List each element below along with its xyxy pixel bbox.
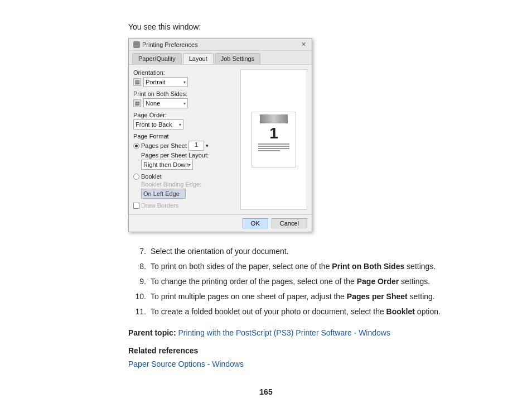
step-8-text: To print on both sides of the paper, sel… bbox=[151, 261, 499, 272]
ok-button[interactable]: OK bbox=[243, 218, 268, 228]
step-7: 7. Select the orientation of your docume… bbox=[128, 246, 499, 257]
step-11: 11. To create a folded booklet out of yo… bbox=[128, 306, 499, 318]
page-order-select-row: Front to Back ▾ bbox=[133, 119, 236, 130]
dialog-close-button[interactable]: ✕ bbox=[300, 41, 307, 48]
print-both-sides-select-row: ▤ None ▾ bbox=[133, 98, 236, 108]
step-11-text: To create a folded booklet out of your p… bbox=[151, 306, 499, 318]
preview-lines bbox=[258, 143, 289, 152]
print-both-sides-group: Print on Both Sides: ▤ None ▾ bbox=[133, 90, 236, 108]
print-both-sides-value: None bbox=[146, 100, 160, 107]
related-refs-section: Related references Paper Source Options … bbox=[128, 344, 499, 371]
step-8-bold: Print on Both Sides bbox=[332, 262, 404, 271]
step-10-bold: Pages per Sheet bbox=[347, 292, 408, 301]
parent-topic-section: Parent topic: Printing with the PostScri… bbox=[128, 327, 499, 340]
pages-per-sheet-radio-row: Pages per Sheet 1 ▾ bbox=[133, 141, 236, 151]
tab-paper-quality[interactable]: Paper/Quality bbox=[132, 53, 182, 64]
pages-per-sheet-layout-select[interactable]: Right then Down ▾ bbox=[141, 160, 193, 170]
tab-job-settings[interactable]: Job Settings bbox=[215, 53, 261, 64]
page-number: 165 bbox=[33, 387, 499, 396]
orientation-chevron: ▾ bbox=[183, 80, 186, 85]
cancel-button[interactable]: Cancel bbox=[272, 218, 307, 228]
dialog-footer: OK Cancel bbox=[129, 214, 312, 232]
page-format-group: Page Format Pages per Sheet 1 ▾ Pages pe… bbox=[133, 133, 236, 199]
orientation-value: Portrait bbox=[146, 79, 165, 85]
page-order-group: Page Order: Front to Back ▾ bbox=[133, 112, 236, 130]
dialog-screenshot: Printing Preferences ✕ Paper/Quality Lay… bbox=[128, 38, 499, 232]
step-9-num: 9. bbox=[128, 276, 151, 288]
orientation-group: Orientation: ▤ Portrait ▾ bbox=[133, 69, 236, 87]
booklet-binding-group: Booklet Binding Edge: On Left Edge bbox=[141, 181, 236, 199]
pages-per-sheet-layout-select-row: Right then Down ▾ bbox=[141, 160, 236, 170]
step-10-num: 10. bbox=[128, 291, 151, 303]
pages-per-sheet-input[interactable]: 1 bbox=[188, 141, 204, 151]
booklet-binding-label: Booklet Binding Edge: bbox=[141, 181, 236, 188]
draw-borders-row: Draw Borders bbox=[133, 202, 236, 209]
booklet-label: Booklet bbox=[141, 173, 162, 180]
print-both-sides-select[interactable]: None ▾ bbox=[143, 98, 188, 108]
related-refs-label: Related references bbox=[128, 344, 499, 358]
intro-text: You see this window: bbox=[128, 22, 499, 31]
preview-header-bar bbox=[260, 114, 288, 123]
page-order-value: Front to Back bbox=[136, 121, 172, 128]
orientation-label: Orientation: bbox=[133, 69, 236, 76]
pages-per-sheet-layout-group: Pages per Sheet Layout: Right then Down … bbox=[141, 152, 236, 170]
pages-per-sheet-label: Pages per Sheet bbox=[141, 142, 187, 149]
step-11-bold: Booklet bbox=[386, 307, 415, 316]
parent-topic-label: Parent topic: bbox=[128, 328, 176, 337]
parent-topic-link[interactable]: Printing with the PostScript (PS3) Print… bbox=[178, 328, 390, 337]
pages-per-sheet-layout-chevron: ▾ bbox=[188, 162, 191, 167]
booklet-binding-select-row: On Left Edge bbox=[141, 189, 236, 199]
print-both-sides-label: Print on Both Sides: bbox=[133, 90, 236, 97]
steps-list: 7. Select the orientation of your docume… bbox=[128, 246, 499, 318]
print-both-sides-icon: ▤ bbox=[133, 99, 141, 107]
page-order-label: Page Order: bbox=[133, 112, 236, 118]
booklet-binding-value: On Left Edge bbox=[143, 190, 180, 197]
preview-page: 1 bbox=[252, 112, 296, 167]
step-8: 8. To print on both sides of the paper, … bbox=[128, 261, 499, 272]
page-order-chevron: ▾ bbox=[179, 122, 181, 127]
tab-layout[interactable]: Layout bbox=[183, 53, 214, 64]
step-8-num: 8. bbox=[128, 261, 151, 272]
step-9-bold: Page Order bbox=[357, 277, 399, 286]
related-refs-link[interactable]: Paper Source Options - Windows bbox=[128, 360, 244, 368]
draw-borders-checkbox[interactable] bbox=[133, 203, 139, 209]
orientation-select-row: ▤ Portrait ▾ bbox=[133, 77, 236, 87]
preview-page-number: 1 bbox=[269, 126, 278, 141]
step-7-text: Select the orientation of your document. bbox=[151, 246, 499, 257]
step-9-text: To change the printing order of the page… bbox=[151, 276, 499, 288]
page-order-select[interactable]: Front to Back ▾ bbox=[133, 119, 183, 130]
orientation-select[interactable]: Portrait ▾ bbox=[143, 77, 188, 87]
step-10: 10. To print multiple pages on one sheet… bbox=[128, 291, 499, 303]
orientation-icon: ▤ bbox=[133, 78, 141, 86]
dialog-title: Printing Preferences bbox=[142, 41, 198, 48]
booklet-radio-row: Booklet bbox=[133, 173, 236, 180]
step-7-num: 7. bbox=[128, 246, 151, 257]
dialog-tabs: Paper/Quality Layout Job Settings bbox=[129, 51, 312, 65]
pages-per-sheet-input-chevron: ▾ bbox=[206, 143, 209, 148]
step-10-text: To print multiple pages on one sheet of … bbox=[151, 291, 499, 303]
step-11-num: 11. bbox=[128, 306, 151, 318]
print-preview-panel: 1 bbox=[240, 69, 307, 210]
pages-per-sheet-layout-label: Pages per Sheet Layout: bbox=[141, 152, 236, 159]
draw-borders-label: Draw Borders bbox=[141, 202, 178, 209]
step-9: 9. To change the printing order of the p… bbox=[128, 276, 499, 288]
booklet-radio[interactable] bbox=[133, 174, 139, 180]
pages-per-sheet-layout-value: Right then Down bbox=[143, 161, 188, 168]
pages-per-sheet-radio[interactable] bbox=[133, 143, 139, 149]
booklet-binding-select[interactable]: On Left Edge bbox=[141, 189, 186, 199]
page-format-label: Page Format bbox=[133, 133, 236, 140]
print-both-sides-chevron: ▾ bbox=[183, 101, 186, 106]
dialog-app-icon bbox=[133, 41, 140, 48]
dialog-titlebar: Printing Preferences ✕ bbox=[129, 39, 312, 51]
